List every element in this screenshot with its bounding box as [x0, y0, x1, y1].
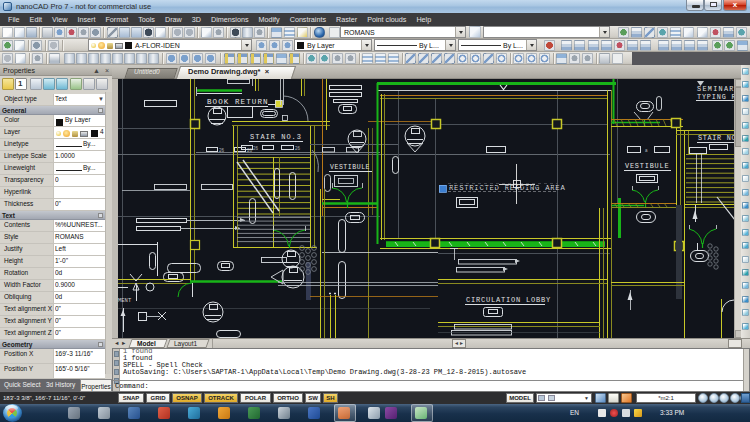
svg-text:MENT: MENT — [118, 297, 132, 304]
svg-text:26: 26 — [295, 146, 301, 151]
svg-text:VESTIBULE: VESTIBULE — [330, 164, 370, 171]
svg-text:26: 26 — [253, 146, 259, 151]
svg-text:STAIR NO: STAIR NO — [698, 134, 734, 142]
svg-text:CIRCULATION LOBBY: CIRCULATION LOBBY — [466, 296, 551, 304]
svg-text:SEMINAR: SEMINAR — [697, 85, 734, 93]
svg-text:STAIR NO.3: STAIR NO.3 — [250, 133, 302, 141]
svg-text:RESTRICTED READING AREA: RESTRICTED READING AREA — [449, 184, 565, 192]
svg-text:BOOK RETURN: BOOK RETURN — [207, 98, 269, 106]
svg-text:TYPING R: TYPING R — [697, 93, 734, 101]
svg-text:VESTIBULE: VESTIBULE — [625, 162, 669, 170]
